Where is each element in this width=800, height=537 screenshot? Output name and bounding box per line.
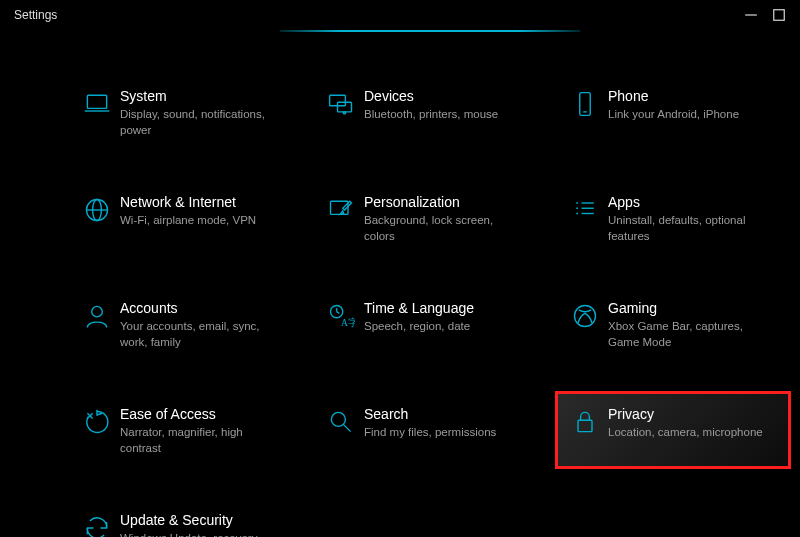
svg-point-6 <box>343 112 345 114</box>
tile-desc: Your accounts, email, sync, work, family <box>120 319 280 350</box>
titlebar: Settings <box>0 0 800 30</box>
tile-system[interactable]: System Display, sound, notifications, po… <box>70 80 300 148</box>
tile-accounts[interactable]: Accounts Your accounts, email, sync, wor… <box>70 292 300 360</box>
tile-title: Phone <box>608 88 778 104</box>
xbox-icon <box>564 300 606 336</box>
tile-desc: Background, lock screen, colors <box>364 213 524 244</box>
svg-text:A字: A字 <box>341 317 355 328</box>
tile-title: System <box>120 88 290 104</box>
tile-gaming[interactable]: Gaming Xbox Game Bar, captures, Game Mod… <box>558 292 788 360</box>
tile-devices[interactable]: Devices Bluetooth, printers, mouse <box>314 80 544 148</box>
tile-title: Personalization <box>364 194 534 210</box>
search-icon <box>320 406 362 442</box>
svg-rect-1 <box>774 10 785 21</box>
tile-desc: Speech, region, date <box>364 319 524 335</box>
svg-line-28 <box>344 425 351 432</box>
phone-icon <box>564 88 606 124</box>
tile-personalization[interactable]: Personalization Background, lock screen,… <box>314 186 544 254</box>
tile-title: Accounts <box>120 300 290 316</box>
laptop-icon <box>76 88 118 124</box>
svg-rect-2 <box>87 95 106 108</box>
tile-title: Search <box>364 406 534 422</box>
tile-desc: Narrator, magnifier, high contrast <box>120 425 280 456</box>
apps-list-icon <box>564 194 606 230</box>
tile-desc: Uninstall, defaults, optional features <box>608 213 768 244</box>
person-icon <box>76 300 118 336</box>
svg-point-27 <box>331 412 345 426</box>
tile-update-security[interactable]: Update & Security Windows Update, recove… <box>70 504 300 537</box>
tile-title: Ease of Access <box>120 406 290 422</box>
svg-point-19 <box>92 306 103 317</box>
tile-title: Time & Language <box>364 300 534 316</box>
tile-desc: Display, sound, notifications, power <box>120 107 280 138</box>
settings-grid: System Display, sound, notifications, po… <box>70 80 780 537</box>
tile-desc: Find my files, permissions <box>364 425 524 441</box>
tile-network[interactable]: Network & Internet Wi-Fi, airplane mode,… <box>70 186 300 254</box>
time-language-icon: A字 <box>320 300 362 336</box>
tile-title: Privacy <box>608 406 778 422</box>
tile-title: Network & Internet <box>120 194 290 210</box>
window-title: Settings <box>8 8 57 22</box>
tile-phone[interactable]: Phone Link your Android, iPhone <box>558 80 788 148</box>
ease-of-access-icon <box>76 406 118 442</box>
lock-icon <box>564 406 606 442</box>
tile-time[interactable]: A字 Time & Language Speech, region, date <box>314 292 544 360</box>
tile-desc: Link your Android, iPhone <box>608 107 768 123</box>
paintbrush-icon <box>320 194 362 230</box>
tile-search[interactable]: Search Find my files, permissions <box>314 398 544 466</box>
minimize-button[interactable] <box>744 8 758 22</box>
tile-title: Apps <box>608 194 778 210</box>
svg-rect-12 <box>331 201 349 214</box>
window-controls <box>744 8 792 22</box>
tile-title: Gaming <box>608 300 778 316</box>
tile-desc: Windows Update, recovery, backup <box>120 531 280 537</box>
devices-icon <box>320 88 362 124</box>
svg-point-24 <box>575 306 596 327</box>
tile-apps[interactable]: Apps Uninstall, defaults, optional featu… <box>558 186 788 254</box>
globe-icon <box>76 194 118 230</box>
tile-title: Devices <box>364 88 534 104</box>
tile-ease-of-access[interactable]: Ease of Access Narrator, magnifier, high… <box>70 398 300 466</box>
svg-line-22 <box>337 312 340 314</box>
svg-rect-29 <box>578 420 592 431</box>
update-icon <box>76 512 118 537</box>
svg-rect-5 <box>338 102 352 112</box>
tile-desc: Xbox Game Bar, captures, Game Mode <box>608 319 768 350</box>
maximize-button[interactable] <box>772 8 786 22</box>
tile-desc: Location, camera, microphone <box>608 425 768 441</box>
search-input-underline[interactable] <box>280 30 580 32</box>
tile-desc: Wi-Fi, airplane mode, VPN <box>120 213 280 229</box>
tile-desc: Bluetooth, printers, mouse <box>364 107 524 123</box>
tile-title: Update & Security <box>120 512 290 528</box>
tile-privacy[interactable]: Privacy Location, camera, microphone <box>558 394 788 466</box>
